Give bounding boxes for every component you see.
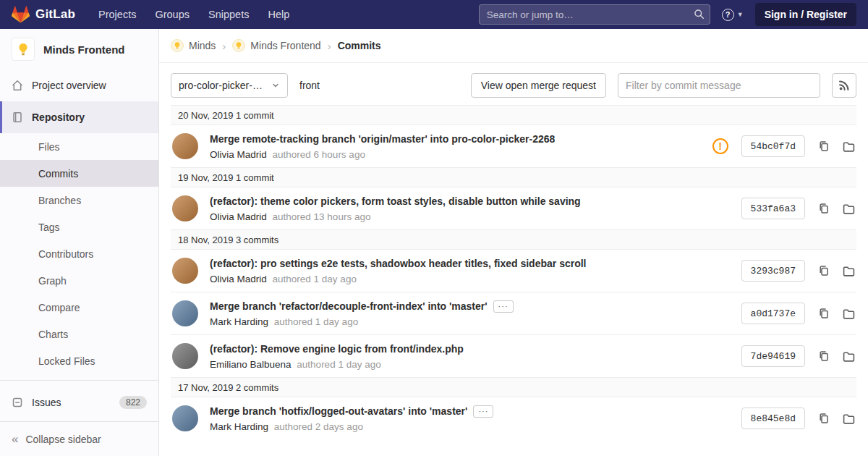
lightbulb-icon — [234, 41, 243, 50]
main-content: Minds › Minds Frontend › Commits pro-col… — [159, 0, 868, 439]
commits-controls: pro-color-picker-… front View open merge… — [159, 63, 868, 98]
author-avatar[interactable] — [172, 343, 198, 369]
commit-meta: Olivia Madrid authored 6 hours ago — [210, 149, 701, 160]
commit-author-link[interactable]: Olivia Madrid — [210, 274, 267, 284]
author-avatar[interactable] — [172, 405, 198, 431]
collapse-sidebar-button[interactable]: « Collapse sidebar — [0, 421, 158, 456]
commit-title-link[interactable]: (refactor): pro settings e2e tests, shad… — [210, 257, 586, 271]
commit-title-link[interactable]: (refactor): Remove engine logic from fro… — [210, 342, 464, 356]
commit-sha-button[interactable]: 7de94619 — [741, 345, 805, 367]
commit-author-link[interactable]: Emiliano Balbuena — [210, 359, 292, 370]
lightbulb-icon — [16, 42, 30, 56]
breadcrumb-group[interactable]: Minds — [171, 39, 216, 52]
commits-feed-button[interactable] — [832, 73, 856, 98]
navbar-links: Projects Groups Snippets Help — [98, 9, 289, 20]
commit-sha-button[interactable]: 3293c987 — [741, 260, 805, 282]
commits-list: 20 Nov, 2019 1 commit Merge remote-track… — [171, 105, 856, 439]
author-avatar[interactable] — [172, 195, 198, 221]
commit-sha-button[interactable]: a0d1737e — [741, 303, 805, 324]
browse-files-button[interactable] — [843, 308, 855, 320]
browse-files-button[interactable] — [843, 203, 855, 215]
breadcrumb-chevron-icon: › — [221, 40, 227, 52]
expand-commit-description-button[interactable]: ··· — [473, 405, 493, 418]
nav-projects[interactable]: Projects — [98, 9, 136, 20]
sidebar-item-contributors[interactable]: Contributors — [0, 240, 158, 267]
browse-files-button[interactable] — [843, 350, 855, 363]
commit-author-link[interactable]: Mark Harding — [210, 316, 268, 327]
folder-icon — [843, 350, 855, 363]
copy-sha-button[interactable] — [818, 308, 830, 319]
help-menu[interactable]: ? ▼ — [722, 9, 744, 21]
sidebar-item-project-overview[interactable]: Project overview — [0, 69, 158, 101]
sidebar-item-issues[interactable]: Issues 822 — [0, 387, 158, 418]
nav-groups[interactable]: Groups — [155, 9, 190, 20]
browse-files-button[interactable] — [843, 140, 855, 153]
commit-meta: Mark Harding authored 1 day ago — [210, 316, 730, 327]
nav-help[interactable]: Help — [268, 9, 289, 20]
folder-icon — [843, 308, 855, 320]
sidebar-item-label: Repository — [32, 111, 85, 123]
sidebar-item-files[interactable]: Files — [0, 133, 158, 160]
author-avatar[interactable] — [172, 300, 198, 326]
breadcrumb-link[interactable]: Minds Frontend — [250, 40, 320, 51]
commit-title-link[interactable]: Merge remote-tracking branch 'origin/mas… — [210, 132, 555, 146]
commit-authored-time: authored 1 day ago — [297, 359, 380, 370]
pipeline-warning-icon[interactable]: ! — [712, 138, 728, 154]
browse-files-button[interactable] — [843, 413, 855, 425]
commit-sha-button[interactable]: 8e845e8d — [741, 408, 805, 429]
repository-path: front — [299, 80, 320, 91]
breadcrumb-link[interactable]: Minds — [189, 40, 216, 51]
global-search — [479, 4, 710, 25]
copy-icon — [818, 308, 830, 319]
commit-title-link[interactable]: Merge branch 'hotfix/logged-out-avatars'… — [210, 405, 467, 418]
sidebar-item-repository[interactable]: Repository — [0, 101, 158, 133]
search-icon[interactable] — [694, 9, 705, 22]
group-avatar — [171, 39, 184, 52]
commit-author-link[interactable]: Olivia Madrid — [210, 149, 267, 160]
sidebar-item-tags[interactable]: Tags — [0, 214, 158, 240]
lightbulb-icon — [173, 41, 182, 50]
author-avatar[interactable] — [172, 133, 198, 159]
nav-snippets[interactable]: Snippets — [208, 9, 249, 20]
rss-icon — [838, 80, 850, 91]
copy-sha-button[interactable] — [818, 350, 830, 362]
commit-sha-button[interactable]: 54bc0f7d — [741, 135, 805, 157]
project-name: Minds Frontend — [43, 43, 125, 56]
copy-sha-button[interactable] — [818, 413, 830, 424]
project-header[interactable]: Minds Frontend — [0, 29, 158, 69]
commit-title-link[interactable]: Merge branch 'refactor/decouple-front-in… — [210, 300, 488, 313]
sidebar-item-compare[interactable]: Compare — [0, 294, 158, 321]
sidebar-item-commits[interactable]: Commits — [0, 160, 158, 187]
commit-title-link[interactable]: (refactor): theme color pickers, form to… — [210, 195, 581, 208]
breadcrumb-chevron-icon: › — [326, 40, 333, 52]
gitlab-wordmark: GitLab — [35, 7, 75, 22]
search-input[interactable] — [479, 4, 710, 25]
author-avatar[interactable] — [172, 258, 198, 284]
filter-commit-message-input[interactable] — [618, 73, 820, 98]
sidebar-item-locked-files[interactable]: Locked Files — [0, 347, 158, 374]
sidebar-item-charts[interactable]: Charts — [0, 321, 158, 347]
commit-author-link[interactable]: Mark Harding — [210, 421, 268, 432]
sidebar-item-graph[interactable]: Graph — [0, 267, 158, 294]
sidebar-item-label: Project overview — [32, 80, 106, 91]
copy-sha-button[interactable] — [818, 265, 830, 276]
commit-sha-button[interactable]: 533fa6a3 — [741, 198, 805, 219]
copy-sha-button[interactable] — [818, 140, 830, 152]
breadcrumb-project[interactable]: Minds Frontend — [232, 39, 320, 52]
branch-selector-dropdown[interactable]: pro-color-picker-… — [171, 73, 288, 98]
gitlab-logo[interactable]: GitLab — [12, 6, 75, 24]
commit-authored-time: authored 6 hours ago — [273, 149, 365, 160]
commit-author-link[interactable]: Olivia Madrid — [210, 211, 267, 222]
sign-in-register-button[interactable]: Sign in / Register — [755, 3, 856, 26]
sidebar-item-branches[interactable]: Branches — [0, 187, 158, 214]
expand-commit-description-button[interactable]: ··· — [493, 300, 514, 313]
repository-submenu: Files Commits Branches Tags Contributors… — [0, 133, 158, 374]
commit-row: (refactor): Remove engine logic from fro… — [171, 334, 856, 377]
chevron-down-icon: ▼ — [737, 11, 744, 18]
project-sidebar: Minds Frontend Project overview Reposito… — [0, 29, 159, 456]
chevron-down-icon — [271, 81, 280, 90]
folder-icon — [843, 413, 855, 425]
view-open-merge-request-button[interactable]: View open merge request — [471, 73, 606, 98]
copy-sha-button[interactable] — [818, 203, 830, 214]
browse-files-button[interactable] — [843, 265, 855, 277]
